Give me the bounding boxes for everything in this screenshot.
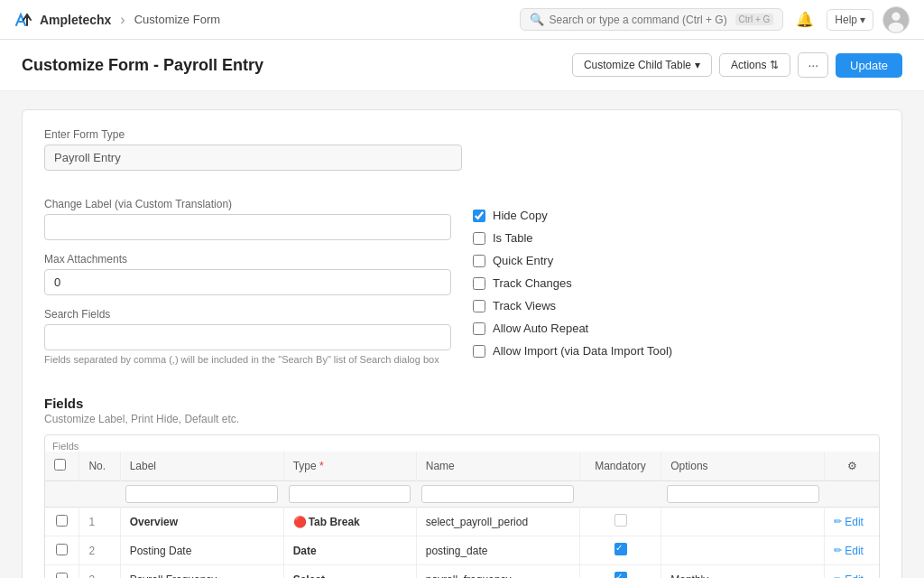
edit-link-1[interactable]: ✏ Edit [834, 545, 870, 557]
checkbox-allow_auto_repeat[interactable] [473, 322, 485, 335]
row-options-1 [661, 536, 825, 565]
row-name-2: payroll_frequency [416, 565, 579, 579]
search-fields-input[interactable] [44, 324, 451, 350]
row-type-2: Select [283, 565, 416, 579]
help-chevron-icon: ▾ [860, 14, 865, 26]
checkbox-item-track_views: Track Views [473, 299, 880, 312]
search-bar[interactable]: 🔍 Ctrl + G [520, 8, 784, 31]
edit-icon-1: ✏ [834, 545, 842, 556]
edit-link-2[interactable]: ✏ Edit [834, 573, 870, 579]
type-emoji-0: 🔴 [293, 516, 307, 528]
actions-button[interactable]: Actions ⇅ [719, 53, 790, 77]
notifications-button[interactable]: 🔔 [792, 7, 818, 32]
customize-child-table-button[interactable]: Customize Child Table ▾ [572, 53, 712, 77]
edit-link-0[interactable]: ✏ Edit [834, 516, 870, 528]
filter-name [416, 481, 579, 508]
row-check-0 [45, 508, 79, 536]
row-edit-2: ✏ Edit [825, 565, 879, 579]
select-all-checkbox[interactable] [54, 459, 66, 471]
row-no-2: 3 [79, 565, 120, 579]
checkbox-track_changes[interactable] [473, 277, 485, 290]
checkbox-hide_copy[interactable] [473, 210, 485, 222]
row-edit-1: ✏ Edit [825, 536, 879, 565]
search-shortcut: Ctrl + G [735, 14, 774, 25]
form-type-label: Enter Form Type [44, 128, 462, 141]
col-header-options: Options [661, 452, 825, 481]
row-mandatory-1 [579, 536, 661, 565]
checkbox-item-allow_auto_repeat: Allow Auto Repeat [473, 322, 880, 335]
checkbox-item-allow_import: Allow Import (via Data Import Tool) [473, 344, 880, 358]
search-input[interactable] [550, 14, 730, 26]
checkbox-quick_entry[interactable] [473, 255, 485, 267]
mandatory-unchecked-0 [614, 514, 627, 527]
brand-name: Ampletechx [40, 13, 111, 27]
page-title: Customize Form - Payroll Entry [22, 56, 263, 75]
filter-type [283, 481, 416, 508]
checkbox-label-track_changes: Track Changes [493, 276, 572, 290]
table-filter-row [45, 481, 879, 508]
col-header-no: No. [79, 452, 120, 481]
checkbox-label-allow_import: Allow Import (via Data Import Tool) [493, 344, 672, 358]
filter-label-input[interactable] [125, 485, 278, 503]
checkbox-is_table[interactable] [473, 232, 485, 245]
avatar-image [883, 7, 909, 33]
form-card: Enter Form Type Change Label (via Custom… [22, 109, 902, 578]
col-header-check [45, 452, 79, 481]
max-attachments-label: Max Attachments [44, 253, 451, 266]
edit-icon-2: ✏ [834, 573, 842, 578]
form-type-row: Enter Form Type [44, 128, 880, 183]
svg-point-1 [892, 12, 900, 20]
update-label: Update [850, 59, 888, 72]
checkbox-label-track_views: Track Views [493, 299, 556, 312]
brand-logo[interactable]: Ampletechx [14, 11, 111, 29]
checkbox-item-quick_entry: Quick Entry [473, 254, 880, 267]
checkbox-group: Hide CopyIs TableQuick EntryTrack Change… [473, 201, 880, 358]
row-no-0: 1 [79, 508, 120, 536]
update-button[interactable]: Update [836, 53, 902, 78]
table-row: 2Posting DateDateposting_date✏ Edit [45, 536, 879, 565]
customize-child-table-chevron-icon: ▾ [695, 59, 700, 71]
filter-type-input[interactable] [289, 485, 411, 503]
filter-gear [825, 481, 879, 508]
col-header-gear: ⚙ [825, 452, 879, 481]
search-fields-group: Search Fields Fields separated by comma … [44, 308, 451, 365]
breadcrumb[interactable]: Customize Form [134, 13, 220, 26]
checkbox-track_views[interactable] [473, 300, 485, 312]
help-button[interactable]: Help ▾ [827, 9, 873, 31]
mandatory-checked-2 [614, 572, 627, 578]
checkbox-label-hide_copy: Hide Copy [493, 209, 548, 222]
change-label-group: Change Label (via Custom Translation) [44, 198, 451, 240]
brand-icon [14, 11, 32, 29]
checkbox-allow_import[interactable] [473, 345, 485, 358]
checkbox-label-allow_auto_repeat: Allow Auto Repeat [493, 322, 588, 335]
table-row: 1Overview🔴Tab Breakselect_payroll_period… [45, 508, 879, 536]
page-header: Customize Form - Payroll Entry Customize… [0, 40, 924, 91]
row-mandatory-0 [579, 508, 661, 536]
fields-section-subtitle: Customize Label, Print Hide, Default etc… [44, 413, 880, 425]
filter-mandatory [579, 481, 661, 508]
more-options-button[interactable]: ··· [798, 52, 828, 78]
more-dots-icon: ··· [808, 58, 818, 72]
max-attachments-input[interactable] [44, 269, 451, 295]
form-right-col: Hide CopyIs TableQuick EntryTrack Change… [473, 198, 880, 378]
row-label-0: Overview [120, 508, 283, 536]
main-content: Enter Form Type Change Label (via Custom… [0, 91, 924, 578]
fields-table-label: Fields [45, 435, 879, 452]
avatar[interactable] [882, 6, 910, 33]
fields-table-body: 1Overview🔴Tab Breakselect_payroll_period… [45, 508, 879, 579]
header-actions: Customize Child Table ▾ Actions ⇅ ··· Up… [572, 52, 902, 78]
change-label-label: Change Label (via Custom Translation) [44, 198, 451, 210]
checkbox-label-quick_entry: Quick Entry [493, 254, 553, 267]
help-label: Help [835, 14, 857, 26]
row-label-1: Posting Date [120, 536, 283, 565]
filter-options-input[interactable] [667, 485, 819, 503]
form-left-col: Change Label (via Custom Translation) Ma… [44, 198, 451, 378]
breadcrumb-sep: › [120, 12, 125, 28]
col-header-type: Type * [283, 452, 416, 481]
form-type-input[interactable] [44, 144, 462, 171]
filter-name-input[interactable] [421, 485, 574, 503]
row-checkbox-1[interactable] [56, 544, 68, 555]
change-label-input[interactable] [44, 214, 451, 240]
row-checkbox-2[interactable] [56, 573, 68, 579]
row-checkbox-0[interactable] [56, 515, 68, 527]
